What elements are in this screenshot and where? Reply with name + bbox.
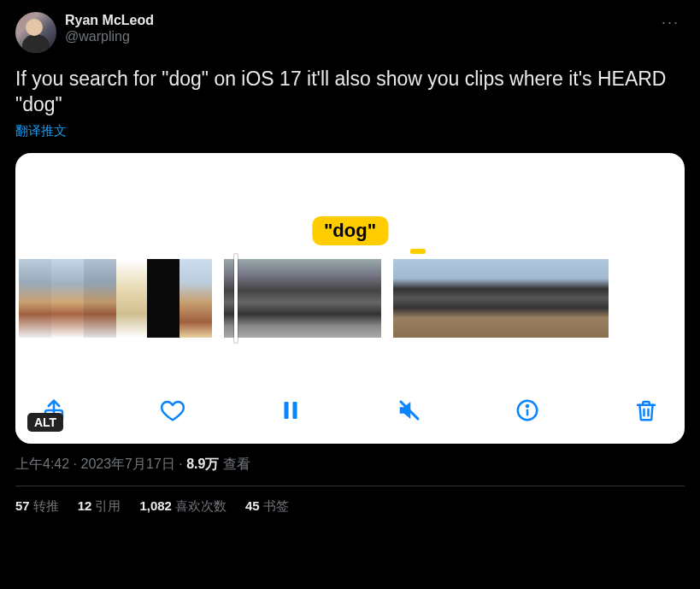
media-attachment[interactable]: "dog" — [15, 153, 685, 444]
author-display-name: Ryan McLeod — [65, 12, 154, 28]
views-label: 查看 — [223, 456, 250, 471]
video-strip — [15, 259, 685, 338]
clip-group-3 — [393, 259, 609, 338]
author-names[interactable]: Ryan McLeod @warpling — [65, 12, 154, 44]
avatar[interactable] — [15, 12, 56, 53]
caption-tick — [410, 249, 426, 254]
svg-rect-1 — [285, 402, 289, 419]
media-preview: "dog" — [15, 153, 685, 387]
tweet-meta: 上午4:42 · 2023年7月17日 · 8.9万 查看 — [15, 456, 685, 474]
svg-point-6 — [526, 405, 528, 407]
bookmarks-stat[interactable]: 45书签 — [245, 498, 289, 515]
info-icon[interactable] — [515, 398, 540, 427]
pause-icon[interactable] — [278, 398, 303, 427]
retweets-stat[interactable]: 57转推 — [15, 498, 59, 515]
translate-link[interactable]: 翻译推文 — [15, 123, 685, 139]
views-count: 8.9万 — [186, 456, 219, 471]
playhead[interactable] — [234, 254, 238, 343]
caption-badge: "dog" — [312, 216, 388, 245]
tweet-stats: 57转推 12引用 1,082喜欢次数 45书签 — [15, 486, 685, 527]
tweet-container: Ryan McLeod @warpling ··· If you search … — [0, 0, 700, 527]
clip-group-2 — [224, 259, 381, 338]
tweet-date[interactable]: 2023年7月17日 — [80, 456, 174, 471]
alt-badge[interactable]: ALT — [27, 413, 63, 432]
svg-rect-2 — [293, 402, 297, 419]
quotes-stat[interactable]: 12引用 — [78, 498, 121, 515]
tweet-time[interactable]: 上午4:42 — [15, 456, 69, 471]
mute-icon[interactable] — [397, 398, 422, 427]
clip-group-1 — [19, 259, 212, 338]
tweet-text: If you search for "dog" on iOS 17 it'll … — [15, 67, 685, 118]
heart-icon[interactable] — [160, 398, 185, 427]
more-options-button[interactable]: ··· — [656, 12, 685, 33]
tweet-header: Ryan McLeod @warpling ··· — [15, 12, 685, 53]
author-handle: @warpling — [65, 28, 154, 44]
likes-stat[interactable]: 1,082喜欢次数 — [139, 498, 226, 515]
media-toolbar — [15, 387, 685, 444]
trash-icon[interactable] — [633, 398, 659, 427]
